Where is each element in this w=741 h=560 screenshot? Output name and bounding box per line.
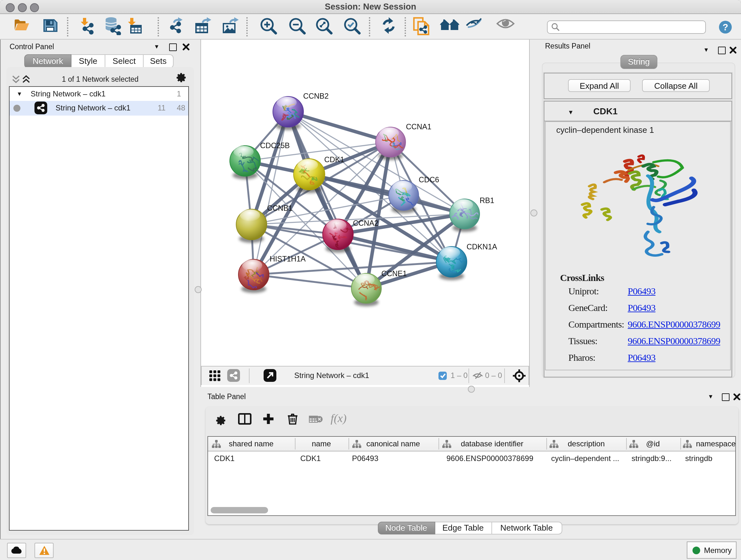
svg-text:HIST1H1A: HIST1H1A <box>270 255 306 263</box>
svg-text:CCNE1: CCNE1 <box>381 269 407 278</box>
svg-text:CDC6: CDC6 <box>419 176 439 184</box>
svg-text:CDK1: CDK1 <box>324 155 344 164</box>
svg-text:?: ? <box>723 22 728 32</box>
svg-text:CDC25B: CDC25B <box>260 141 290 150</box>
svg-text:CCNA2: CCNA2 <box>353 219 379 227</box>
svg-text:CCNB1: CCNB1 <box>267 204 293 212</box>
svg-text:CDKN1A: CDKN1A <box>467 243 497 251</box>
svg-text:RB1: RB1 <box>480 196 494 205</box>
svg-text:CCNA1: CCNA1 <box>406 123 431 131</box>
svg-text:CCNB2: CCNB2 <box>303 92 329 100</box>
